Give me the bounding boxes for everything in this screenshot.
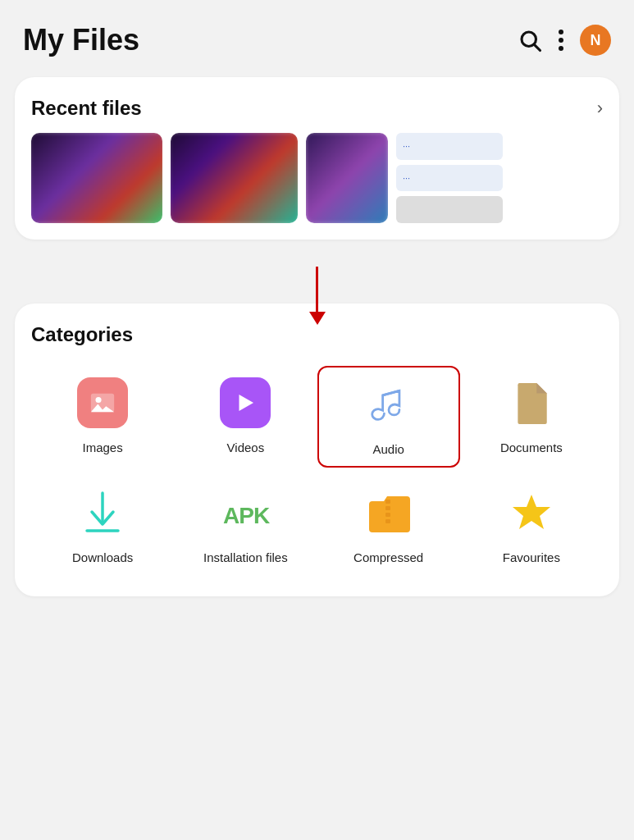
installation-files-label: Installation files: [203, 550, 288, 566]
images-icon: [77, 377, 128, 428]
compressed-label: Compressed: [353, 550, 423, 566]
recent-files-thumbnails: ··· ···: [31, 133, 603, 223]
svg-point-6: [96, 397, 102, 403]
recent-file-text-1[interactable]: ···: [396, 133, 503, 160]
categories-grid: Images Videos: [31, 366, 603, 573]
svg-text:APK: APK: [223, 503, 270, 528]
category-documents[interactable]: Documents: [460, 366, 603, 468]
categories-title: Categories: [31, 323, 603, 346]
avatar[interactable]: N: [580, 25, 611, 56]
svg-rect-13: [385, 506, 390, 510]
recent-file-text-list: ··· ···: [396, 133, 503, 223]
downloads-icon: [82, 491, 123, 534]
search-button[interactable]: [518, 28, 542, 52]
favourites-label: Favourites: [503, 550, 560, 566]
svg-rect-12: [385, 500, 390, 504]
svg-point-2: [559, 30, 563, 34]
svg-marker-7: [239, 395, 254, 411]
recent-file-thumb-2[interactable]: [171, 133, 298, 223]
favourites-icon-wrapper: [503, 484, 560, 541]
documents-icon-wrapper: [503, 374, 560, 431]
more-icon: [557, 29, 565, 52]
downloads-label: Downloads: [72, 550, 133, 566]
svg-point-3: [559, 38, 563, 43]
images-icon-wrapper: [74, 374, 131, 431]
installation-files-icon: APK: [220, 487, 271, 538]
recent-file-thumb-1[interactable]: [31, 133, 162, 223]
svg-rect-15: [385, 519, 390, 523]
videos-icon: [220, 377, 271, 428]
search-icon: [518, 28, 542, 52]
categories-card: Categories Images: [15, 304, 619, 596]
downloads-icon-wrapper: [74, 484, 131, 541]
compressed-icon: [363, 487, 414, 538]
svg-line-8: [382, 390, 399, 395]
documents-label: Documents: [500, 440, 563, 456]
header-actions: N: [518, 25, 611, 56]
videos-icon-wrapper: [217, 374, 274, 431]
recent-files-header: Recent files ›: [31, 97, 603, 120]
category-installation-files[interactable]: APK Installation files: [174, 476, 317, 574]
svg-rect-14: [385, 513, 390, 517]
audio-icon: [363, 379, 414, 430]
category-favourites[interactable]: Favourites: [460, 476, 603, 574]
audio-label: Audio: [372, 441, 404, 458]
svg-marker-16: [513, 495, 550, 529]
category-downloads[interactable]: Downloads: [31, 476, 174, 574]
recent-file-thumb-3[interactable]: [306, 133, 388, 223]
category-compressed[interactable]: Compressed: [317, 476, 460, 574]
installation-files-icon-wrapper: APK: [217, 484, 274, 541]
documents-icon: [506, 377, 557, 428]
svg-point-4: [559, 46, 563, 51]
compressed-icon-wrapper: [360, 484, 417, 541]
arrow-line: [316, 267, 318, 312]
app-header: My Files N: [0, 0, 634, 71]
arrow-indicator: [0, 246, 634, 304]
images-label: Images: [83, 440, 123, 456]
recent-file-text-3[interactable]: [396, 196, 503, 223]
more-options-button[interactable]: [557, 29, 565, 52]
recent-file-text-2[interactable]: ···: [396, 165, 503, 192]
category-videos[interactable]: Videos: [174, 366, 317, 468]
favourites-icon: [506, 487, 557, 538]
svg-line-1: [535, 45, 540, 51]
page-title: My Files: [23, 23, 139, 57]
category-images[interactable]: Images: [31, 366, 174, 468]
recent-files-card: Recent files › ··· ···: [15, 77, 619, 240]
recent-files-chevron[interactable]: ›: [597, 98, 603, 119]
category-audio[interactable]: Audio: [317, 366, 460, 468]
audio-icon-wrapper: [360, 376, 417, 433]
recent-files-title: Recent files: [31, 97, 142, 120]
videos-label: Videos: [227, 440, 265, 456]
arrow-head: [309, 312, 326, 325]
